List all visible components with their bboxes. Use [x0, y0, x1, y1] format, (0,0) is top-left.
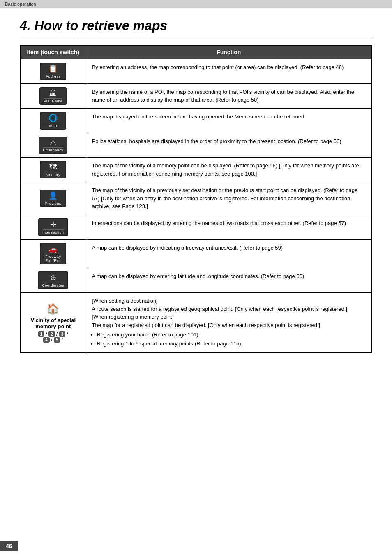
table-row: ⊕ Coordinates A map can be displayed by …: [20, 268, 372, 293]
bullet-item: Registering 1 to 5 special memory points…: [97, 340, 366, 348]
separator: /: [46, 331, 48, 337]
map-button[interactable]: 🌐 Map: [40, 112, 66, 130]
address-button[interactable]: 📋 Address: [40, 63, 66, 80]
vicinity-nums: 1 / 2 / 3 / 4 / 5 /: [23, 331, 83, 343]
icon-cell-previous: 👤 Previous: [20, 182, 86, 215]
poi-button[interactable]: 🏛 POI Name: [39, 87, 67, 105]
poi-label: POI Name: [44, 98, 62, 103]
top-bar-text: Basic operation: [5, 2, 36, 7]
func-text-coordinates: A map can be displayed by entering latit…: [92, 273, 304, 279]
content: 4. How to retrieve maps Item (touch swit…: [0, 8, 392, 378]
poi-icon: 🏛: [44, 90, 62, 98]
icon-cell-intersection: ✛ Intersection: [20, 215, 86, 239]
previous-button[interactable]: 👤 Previous: [40, 190, 66, 207]
table-row: 🏠 Vicinity of special memory point 1 / 2…: [20, 293, 372, 353]
special-mem-icon: 🏠: [47, 303, 59, 314]
func-text-map: The map displayed on the screen before h…: [92, 114, 306, 120]
icon-cell-coordinates: ⊕ Coordinates: [20, 268, 86, 293]
func-cell-previous: The map of the vicinity of a previously …: [86, 182, 372, 215]
coordinates-icon: ⊕: [42, 274, 64, 282]
address-label: Address: [44, 74, 62, 79]
separator: /: [62, 337, 63, 343]
table-row: 👤 Previous The map of the vicinity of a …: [20, 182, 372, 215]
func-special-part2: A route search is started for a register…: [92, 306, 347, 312]
table-row: 🌐 Map The map displayed on the screen be…: [20, 108, 372, 133]
func-cell-memory: The map of the vicinity of a memory poin…: [86, 158, 372, 182]
previous-label: Previous: [44, 201, 62, 206]
freeway-icon: 🚗: [44, 246, 62, 254]
func-special-part1: [When setting a destination]: [92, 298, 158, 304]
page-title: 4. How to retrieve maps: [20, 18, 372, 33]
func-cell-address: By entering an address, the map correspo…: [86, 59, 372, 84]
table-row: ✛ Intersection Intersections can be disp…: [20, 215, 372, 239]
header-col2: Function: [86, 45, 372, 59]
icon-cell-map: 🌐 Map: [20, 108, 86, 133]
func-text-previous: The map of the vicinity of a previously …: [92, 187, 358, 209]
func-cell-map: The map displayed on the screen before h…: [86, 108, 372, 133]
num-btn-5[interactable]: 5: [54, 337, 60, 343]
func-text-address: By entering an address, the map correspo…: [92, 64, 344, 70]
func-text-emergency: Police stations, hospitals are displayed…: [92, 138, 341, 144]
memory-label: Memory: [44, 172, 62, 177]
page: Basic operation 4. How to retrieve maps …: [0, 0, 392, 556]
func-text-memory: The map of the vicinity of a memory poin…: [92, 162, 359, 177]
num-btn-3[interactable]: 3: [59, 331, 66, 337]
icon-cell-poi: 🏛 POI Name: [20, 83, 86, 108]
emergency-label: Emergency: [43, 147, 63, 152]
func-cell-emergency: Police stations, hospitals are displayed…: [86, 133, 372, 158]
vicinity-label: Vicinity of special memory point: [23, 317, 83, 329]
icon-cell-address: 📋 Address: [20, 59, 86, 84]
bullet-list: Registering your home (Refer to page 101…: [97, 331, 366, 348]
func-cell-special: [When setting a destination] A route sea…: [86, 293, 372, 353]
table-header-row: Item (touch switch) Function: [20, 45, 372, 59]
func-text-intersection: Intersections can be displayed by enteri…: [92, 220, 346, 226]
intersection-button[interactable]: ✛ Intersection: [38, 218, 68, 236]
bullet-item: Registering your home (Refer to page 101…: [97, 331, 366, 339]
icon-cell-memory: 🗺 Memory: [20, 158, 86, 182]
emergency-button[interactable]: ⚠ Emergency: [39, 137, 67, 154]
memory-icon: 🗺: [44, 163, 62, 171]
icon-cell-special: 🏠 Vicinity of special memory point 1 / 2…: [20, 293, 86, 353]
func-special-part3: [When registering a memory point]: [92, 314, 174, 320]
table-row: 📋 Address By entering an address, the ma…: [20, 59, 372, 84]
separator: /: [51, 337, 54, 343]
previous-icon: 👤: [44, 192, 62, 200]
main-table: Item (touch switch) Function 📋 Address B…: [20, 45, 372, 353]
freeway-label: Freeway Ent./Exit: [44, 254, 62, 263]
separator: /: [56, 331, 59, 337]
table-row: 🗺 Memory The map of the vicinity of a me…: [20, 158, 372, 182]
map-label: Map: [44, 123, 62, 128]
func-cell-intersection: Intersections can be displayed by enteri…: [86, 215, 372, 239]
num-btn-4[interactable]: 4: [43, 337, 50, 343]
intersection-label: Intersection: [42, 229, 64, 234]
intersection-icon: ✛: [42, 221, 64, 229]
separator: /: [67, 331, 68, 337]
header-col1: Item (touch switch): [20, 45, 86, 59]
emergency-icon: ⚠: [43, 139, 63, 147]
freeway-button[interactable]: 🚗 Freeway Ent./Exit: [40, 243, 66, 265]
map-icon: 🌐: [44, 114, 62, 123]
table-row: 🚗 Freeway Ent./Exit A map can be display…: [20, 239, 372, 268]
func-cell-poi: By entering the name of a POI, the map c…: [86, 83, 372, 108]
func-cell-freeway: A map can be displayed by indicating a f…: [86, 239, 372, 268]
icon-cell-emergency: ⚠ Emergency: [20, 133, 86, 158]
table-row: ⚠ Emergency Police stations, hospitals a…: [20, 133, 372, 158]
page-number: 46: [0, 541, 18, 551]
num-btn-2[interactable]: 2: [48, 331, 55, 337]
coordinates-label: Coordinates: [42, 283, 64, 287]
title-underline: [20, 37, 372, 37]
table-row: 🏛 POI Name By entering the name of a POI…: [20, 83, 372, 108]
func-text-poi: By entering the name of a POI, the map c…: [92, 89, 354, 103]
memory-button[interactable]: 🗺 Memory: [40, 161, 66, 178]
func-cell-coordinates: A map can be displayed by entering latit…: [86, 268, 372, 293]
address-icon: 📋: [44, 65, 62, 73]
num-btn-1[interactable]: 1: [38, 331, 45, 337]
coordinates-button[interactable]: ⊕ Coordinates: [38, 271, 68, 289]
top-bar: Basic operation: [0, 0, 392, 8]
func-special-part4: The map for a registered point can be di…: [92, 322, 321, 328]
icon-cell-freeway: 🚗 Freeway Ent./Exit: [20, 239, 86, 268]
func-text-freeway: A map can be displayed by indicating a f…: [92, 245, 283, 251]
special-mem-icon-wrapper: 🏠: [23, 303, 83, 315]
